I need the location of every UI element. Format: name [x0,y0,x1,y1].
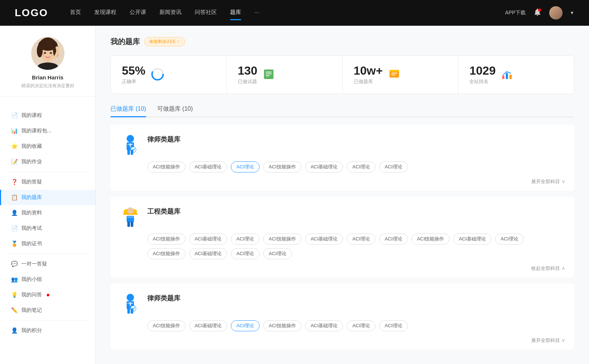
main-content: 我的题库 体验剩余23天！ 55% 正确率 130 [96,26,589,364]
sidebar-item-question-bank[interactable]: 📋 我的题库 [0,190,95,205]
my-group-icon: 👥 [11,276,18,283]
qbank-card-0: 律师类题库 ACI技能操作ACI基础理论ACI理论ACI技能操作ACI基础理论A… [110,125,574,191]
lawyer-icon [119,292,141,314]
qbank-tag-1-11[interactable]: ACI基础理论 [189,248,228,259]
qbank-tag-0-6[interactable]: ACI理论 [379,161,408,172]
stat-value-rank: 1029 [469,65,495,76]
sidebar-item-homework[interactable]: 📝 我的作业 [0,154,95,169]
app-download-button[interactable]: APP下载 [505,10,526,16]
qbank-footer: 展开全部科目 ∨ [119,175,565,185]
sidebar-item-1on1-qa[interactable]: 💬 一对一答疑 [0,256,95,272]
profile-name: Brian Harris [32,74,64,81]
qbank-title: 工程类题库 [147,206,180,216]
qbank-tag-1-0[interactable]: ACI技能操作 [147,233,186,245]
qbank-tag-1-1[interactable]: ACI基础理论 [189,233,228,245]
nav-open-course[interactable]: 公开课 [130,9,146,17]
qbank-tag-1-10[interactable]: ACI技能操作 [147,248,186,259]
sidebar-item-my-exam[interactable]: 📄 我的考试 [0,221,95,236]
qbank-tag-0-1[interactable]: ACI基础理论 [189,161,228,172]
qbank-icon [388,68,401,82]
qbank-tag-2-2[interactable]: ACI理论 [231,320,260,331]
svg-rect-32 [127,150,130,155]
qbank-tag-2-5[interactable]: ACI理论 [347,320,375,331]
sidebar-profile: Brian Harris 错误的决定比没有决定要好 [0,37,95,97]
nav-news[interactable]: 新闻资讯 [159,9,181,17]
sidebar-item-my-courses[interactable]: 📄 我的课程 [0,108,95,123]
sidebar-item-my-data[interactable]: 👤 我的资料 [0,205,95,221]
sidebar-item-points[interactable]: 👤 我的积分 [0,323,95,338]
sidebar-item-my-group[interactable]: 👥 我的小组 [0,272,95,287]
qbank-tag-2-1[interactable]: ACI基础理论 [189,320,228,331]
qbank-expand-toggle[interactable]: 收起全部科目 ∧ [531,265,565,272]
sidebar-item-certificate[interactable]: 🏅 我的证书 [0,236,95,251]
qbank-tag-2-0[interactable]: ACI技能操作 [147,320,186,331]
qbank-tag-1-5[interactable]: ACI理论 [347,233,375,245]
qbank-tag-0-2[interactable]: ACI理论 [231,161,260,172]
user-menu-chevron[interactable]: ▼ [570,10,574,15]
qbank-tag-2-6[interactable]: ACI理论 [379,320,408,331]
sidebar-item-label: 我的笔记 [21,307,42,314]
qbank-tag-1-6[interactable]: ACI理论 [379,233,408,245]
stat-content: 10w+ 已做题库 [354,65,383,85]
my-courses-icon: 📄 [11,112,18,119]
sidebar-item-favorites[interactable]: ⭐ 我的收藏 [0,139,95,154]
sidebar-item-my-questions[interactable]: 💡 我的问答 [0,287,95,303]
qbank-tag-2-4[interactable]: ACI基础理论 [305,320,343,331]
qbank-tag-1-3[interactable]: ACI技能操作 [263,233,301,245]
qbank-header: 工程类题库 [119,206,565,228]
qbank-card-1: 工程类题库 ACI技能操作ACI基础理论ACI理论ACI技能操作ACI基础理论A… [110,197,574,278]
sidebar-item-label: 我的题库 [21,194,42,201]
qbank-footer: 展开全部科目 ∨ [119,334,565,344]
sidebar-item-course-package[interactable]: 📊 我的课程包... [0,123,95,139]
nav-question-bank[interactable]: 题库 [230,9,241,17]
points-icon: 👤 [11,327,18,334]
qbank-tag-1-12[interactable]: ACI理论 [231,248,260,259]
qbank-tag-1-8[interactable]: ACI基础理论 [453,233,491,245]
qbank-tag-0-3[interactable]: ACI技能操作 [263,161,301,172]
nav-more[interactable]: ··· [254,9,259,17]
sidebar-item-label: 我的考试 [21,225,42,232]
svg-rect-21 [391,73,397,74]
qbank-expand-toggle[interactable]: 展开全部科目 ∨ [531,337,565,344]
qbank-tag-2-3[interactable]: ACI技能操作 [263,320,301,331]
logo: LOGO [15,7,48,19]
accuracy-chart-icon [151,67,165,83]
stat-done-questions: 130 已做试题 [227,56,342,94]
qbank-tag-1-4[interactable]: ACI基础理论 [305,233,343,245]
trial-badge: 体验剩余23天！ [144,37,185,46]
qbank-card-2: 律师类题库 ACI技能操作ACI基础理论ACI理论ACI技能操作ACI基础理论A… [110,283,574,350]
qbank-tag-1-9[interactable]: ACI理论 [495,233,524,245]
nav-home[interactable]: 首页 [70,9,81,17]
sidebar-item-notes[interactable]: ✏️ 我的笔记 [0,303,95,318]
qbank-footer: 收起全部科目 ∧ [119,262,565,272]
qbank-tag-0-4[interactable]: ACI基础理论 [305,161,343,172]
svg-point-37 [127,207,134,214]
nav-qa[interactable]: 问答社区 [195,9,217,17]
qbank-tag-1-2[interactable]: ACI理论 [231,233,260,245]
qbank-expand-toggle[interactable]: 展开全部科目 ∨ [531,178,565,185]
qbank-tag-0-0[interactable]: ACI技能操作 [147,161,186,172]
questions-icon [262,68,275,82]
homework-icon: 📝 [11,158,18,165]
top-navigation: LOGO 首页 发现课程 公开课 新闻资讯 问答社区 题库 ··· APP下载 … [0,0,589,26]
avatar-image [31,37,64,70]
qbank-tag-0-5[interactable]: ACI理论 [347,161,375,172]
sidebar-item-qa[interactable]: ❓ 我的答疑 [0,174,95,190]
sidebar-item-label: 我的作业 [21,158,42,165]
qbank-tag-1-13[interactable]: ACI理论 [263,248,292,259]
svg-rect-19 [389,71,399,78]
stat-content: 1029 全站排名 [469,65,495,85]
qbank-tag-1-7[interactable]: ACI技能操作 [412,233,450,245]
svg-rect-39 [127,217,133,218]
bell-icon [533,8,542,17]
sidebar-divider-1 [7,172,88,172]
qbank-tags: ACI技能操作ACI基础理论ACI理论ACI技能操作ACI基础理论ACI理论AC… [119,233,565,259]
nav-right: APP下载 ▼ [505,6,574,19]
tab-available-qbank[interactable]: 可做题库 (10) [157,105,193,117]
svg-point-11 [42,54,45,56]
notification-bell[interactable] [533,8,542,18]
user-avatar[interactable] [549,6,562,19]
nav-discover[interactable]: 发现课程 [94,9,116,17]
qbank-tags: ACI技能操作ACI基础理论ACI理论ACI技能操作ACI基础理论ACI理论AC… [119,320,565,331]
tab-done-qbank[interactable]: 已做题库 (10) [110,105,146,117]
